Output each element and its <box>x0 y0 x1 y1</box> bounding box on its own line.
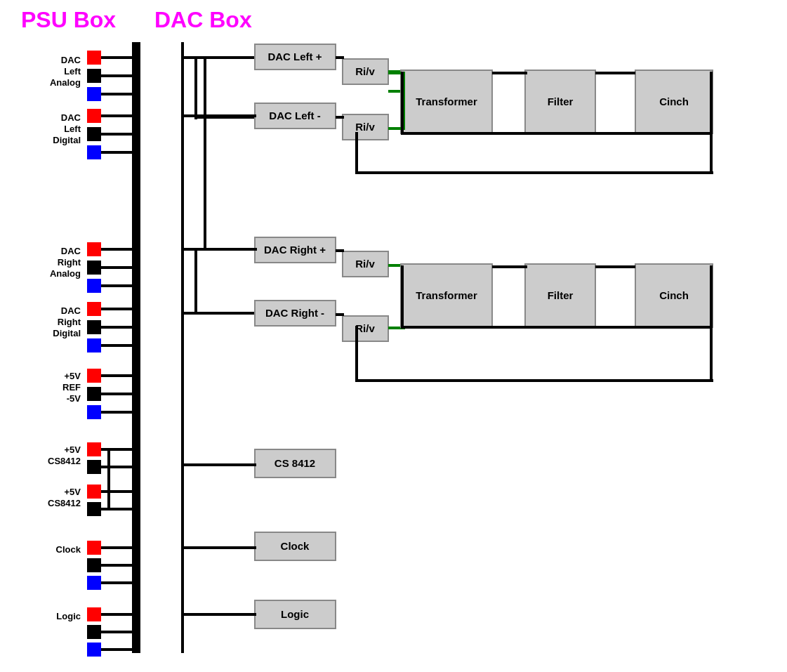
psu-title: PSU Box <box>21 7 116 33</box>
svg-text:DAC Right -: DAC Right - <box>265 307 324 319</box>
svg-text:Ri/v: Ri/v <box>355 258 375 270</box>
svg-rect-80 <box>710 265 713 327</box>
svg-rect-120 <box>87 625 101 639</box>
svg-rect-41 <box>87 109 101 123</box>
svg-rect-20 <box>336 116 344 119</box>
svg-text:Logic: Logic <box>281 608 309 620</box>
svg-rect-97 <box>87 442 101 456</box>
svg-text:REF: REF <box>62 382 81 393</box>
svg-rect-111 <box>87 558 101 572</box>
svg-rect-17 <box>343 114 388 140</box>
svg-rect-103 <box>87 502 101 516</box>
svg-rect-85 <box>87 302 101 316</box>
svg-rect-6 <box>101 74 135 77</box>
svg-text:Right: Right <box>58 317 81 327</box>
svg-text:+5V: +5V <box>65 444 81 455</box>
svg-rect-151 <box>184 114 254 117</box>
svg-rect-86 <box>87 320 101 334</box>
svg-text:DAC Right +: DAC Right + <box>264 244 326 256</box>
svg-text:Transformer: Transformer <box>416 95 477 107</box>
svg-rect-43 <box>87 145 101 159</box>
svg-rect-150 <box>204 248 206 251</box>
svg-rect-33 <box>492 72 527 74</box>
svg-rect-44 <box>101 114 135 117</box>
svg-rect-45 <box>101 133 135 136</box>
svg-text:-5V: -5V <box>67 393 81 404</box>
svg-rect-64 <box>343 316 388 341</box>
svg-rect-50 <box>87 261 101 275</box>
svg-rect-116 <box>255 532 336 560</box>
svg-text:+5V: +5V <box>65 371 81 381</box>
svg-rect-92 <box>87 387 101 401</box>
svg-text:CS8412: CS8412 <box>48 498 81 508</box>
svg-rect-113 <box>101 546 135 549</box>
svg-rect-28 <box>635 70 713 133</box>
svg-rect-73 <box>525 264 595 327</box>
svg-text:DAC: DAC <box>61 112 81 123</box>
svg-rect-79 <box>401 265 404 327</box>
svg-rect-96 <box>101 411 135 414</box>
svg-rect-100 <box>101 466 135 468</box>
svg-rect-109 <box>184 463 256 466</box>
svg-text:Clock: Clock <box>56 544 81 555</box>
svg-rect-39 <box>355 171 713 174</box>
svg-rect-55 <box>184 248 254 251</box>
svg-rect-107 <box>255 449 336 477</box>
svg-rect-66 <box>336 249 344 252</box>
svg-rect-48 <box>204 114 206 119</box>
svg-rect-104 <box>101 490 135 493</box>
svg-rect-98 <box>87 460 101 474</box>
svg-text:+5V: +5V <box>65 487 81 497</box>
svg-rect-10 <box>197 116 255 119</box>
svg-text:Clock: Clock <box>281 540 310 552</box>
svg-rect-87 <box>87 338 101 353</box>
svg-rect-3 <box>87 69 101 83</box>
svg-rect-32 <box>402 72 405 130</box>
svg-rect-124 <box>101 648 135 651</box>
svg-text:DAC Left +: DAC Left + <box>267 51 322 62</box>
svg-rect-21 <box>388 70 406 73</box>
svg-text:Cinch: Cinch <box>659 289 689 301</box>
svg-rect-93 <box>87 405 101 419</box>
svg-rect-125 <box>255 600 336 628</box>
svg-rect-40 <box>710 135 713 174</box>
svg-text:Digital: Digital <box>53 135 81 145</box>
svg-text:Filter: Filter <box>548 289 574 301</box>
svg-rect-31 <box>388 127 404 130</box>
svg-rect-15 <box>343 59 388 84</box>
svg-rect-9 <box>194 56 197 119</box>
svg-rect-90 <box>101 344 135 347</box>
svg-text:Filter: Filter <box>548 95 574 107</box>
svg-rect-155 <box>184 114 194 117</box>
svg-rect-13 <box>255 103 336 129</box>
dac-title: DAC Box <box>154 7 252 33</box>
svg-text:Ri/v: Ri/v <box>355 322 375 334</box>
svg-text:Digital: Digital <box>53 328 81 338</box>
svg-rect-154 <box>204 312 206 315</box>
svg-rect-156 <box>204 114 256 117</box>
svg-rect-91 <box>87 369 101 383</box>
svg-text:CS 8412: CS 8412 <box>275 457 315 469</box>
svg-rect-56 <box>194 248 197 315</box>
svg-rect-36 <box>710 72 713 135</box>
svg-rect-11 <box>255 44 336 70</box>
svg-rect-78 <box>595 265 635 268</box>
svg-rect-8 <box>184 56 254 59</box>
svg-rect-24 <box>401 70 492 133</box>
svg-rect-60 <box>255 301 336 326</box>
svg-rect-67 <box>336 313 344 316</box>
svg-rect-88 <box>101 308 135 310</box>
svg-rect-115 <box>101 581 135 584</box>
svg-text:DAC: DAC <box>61 305 81 316</box>
svg-rect-54 <box>101 284 135 287</box>
svg-rect-5 <box>101 56 135 59</box>
svg-rect-121 <box>87 643 101 657</box>
svg-text:Transformer: Transformer <box>416 289 477 301</box>
svg-rect-89 <box>101 326 135 329</box>
svg-text:DAC: DAC <box>61 246 81 256</box>
svg-rect-70 <box>402 264 405 329</box>
svg-text:Analog: Analog <box>50 77 81 88</box>
svg-rect-22 <box>403 70 406 132</box>
svg-rect-118 <box>184 546 256 549</box>
svg-rect-153 <box>204 248 257 251</box>
